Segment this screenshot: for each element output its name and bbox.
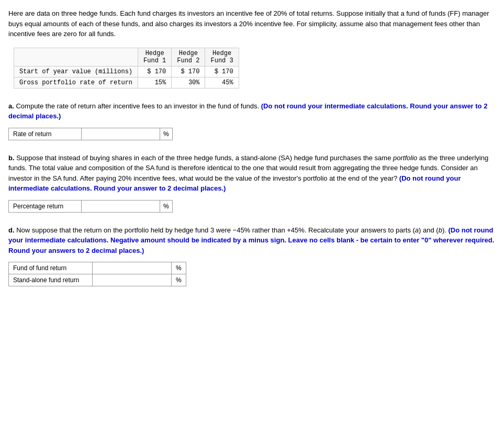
- section-b-input[interactable]: [82, 200, 160, 213]
- section-d-pct-1: %: [172, 262, 186, 274]
- section-d-instruction: (Do not round your intermediate calculat…: [8, 226, 494, 254]
- section-a-input[interactable]: [82, 128, 160, 140]
- data-table: HedgeFund 1 HedgeFund 2 HedgeFund 3 Star…: [14, 48, 239, 88]
- col-header-fund2: HedgeFund 2: [172, 48, 205, 66]
- cell-fund3-return: 45%: [205, 77, 239, 88]
- section-a-instruction: (Do not round your intermediate calculat…: [8, 102, 487, 120]
- section-d-label-fund-of-fund: Fund of fund return: [9, 262, 93, 274]
- col-header-fund1: HedgeFund 1: [138, 48, 172, 66]
- col-header-fund3: HedgeFund 3: [205, 48, 239, 66]
- section-b-percent: %: [160, 200, 173, 213]
- section-d-input-cell-1: [93, 262, 172, 274]
- section-d-text: d. Now suppose that the return on the po…: [8, 225, 496, 256]
- section-d-standalone-input[interactable]: [93, 274, 171, 286]
- section-d: d. Now suppose that the return on the po…: [8, 225, 496, 287]
- row-label-start-value: Start of year value (millions): [14, 66, 138, 77]
- cell-fund3-start: $ 170: [205, 66, 239, 77]
- section-a-field-label: Rate of return: [8, 128, 82, 140]
- section-a-answer-row: Rate of return %: [8, 128, 496, 140]
- section-b-answer-row: Percentage return %: [8, 200, 496, 213]
- section-a-percent: %: [160, 128, 173, 140]
- section-d-input-cell-2: [93, 274, 172, 286]
- cell-fund2-start: $ 170: [172, 66, 205, 77]
- section-d-label-standalone: Stand-alone fund return: [9, 274, 93, 286]
- section-d-fund-of-fund-input[interactable]: [93, 262, 171, 274]
- section-a: a. Compute the rate of return after ince…: [8, 101, 496, 140]
- cell-fund1-start: $ 170: [138, 66, 172, 77]
- section-a-text: a. Compute the rate of return after ince…: [8, 101, 496, 121]
- section-d-pct-2: %: [172, 274, 186, 286]
- section-b-field-label: Percentage return: [8, 200, 82, 213]
- row-label-gross-return: Gross portfolio rate of return: [14, 77, 138, 88]
- table-row-start-value: Start of year value (millions) $ 170 $ 1…: [14, 66, 239, 77]
- section-d-row-standalone: Stand-alone fund return %: [9, 274, 186, 286]
- section-b: b. Suppose that instead of buying shares…: [8, 153, 496, 213]
- section-b-instruction: (Do not round your intermediate calculat…: [8, 174, 461, 193]
- section-b-text: b. Suppose that instead of buying shares…: [8, 153, 496, 194]
- table-row-gross-return: Gross portfolio rate of return 15% 30% 4…: [14, 77, 239, 88]
- cell-fund2-return: 30%: [172, 77, 205, 88]
- section-d-row-fund-of-fund: Fund of fund return %: [9, 262, 186, 274]
- cell-fund1-return: 15%: [138, 77, 172, 88]
- intro-text: Here are data on three hedge funds. Each…: [8, 8, 496, 39]
- section-d-table: Fund of fund return % Stand-alone fund r…: [8, 262, 186, 286]
